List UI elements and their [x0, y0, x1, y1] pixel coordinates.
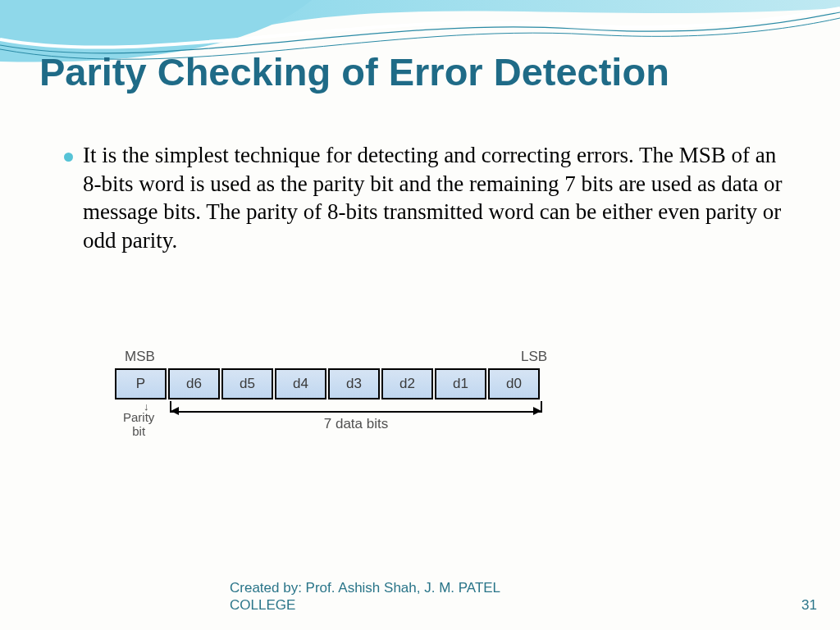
arrow-left-icon: [171, 407, 179, 415]
bit-cell-d5: d5: [221, 368, 273, 399]
page-number: 31: [801, 597, 817, 614]
bit-cell-d6: d6: [168, 368, 220, 399]
parity-bit-label: ↓ Parity bit: [138, 401, 154, 438]
bit-cell-d2: d2: [381, 368, 433, 399]
bit-cell-d1: d1: [435, 368, 486, 399]
bit-cell-d3: d3: [328, 368, 380, 399]
footer-credit: Created by: Prof. Ashish Shah, J. M. PAT…: [230, 579, 541, 614]
bit-cell-d0: d0: [488, 368, 540, 399]
lsb-label: LSB: [521, 349, 547, 365]
bit-row: P d6 d5 d4 d3 d2 d1 d0: [115, 368, 541, 399]
data-bits-span: 7 data bits: [170, 401, 542, 432]
bit-cell-d4: d4: [275, 368, 326, 399]
bit-cell-parity: P: [115, 368, 167, 399]
arrow-right-icon: [533, 407, 541, 415]
bullet-icon: [64, 153, 73, 162]
body-text: It is the simplest technique for detecti…: [83, 141, 788, 254]
slide-title: Parity Checking of Error Detection: [39, 49, 669, 94]
parity-text: Parity bit: [123, 411, 154, 438]
msb-label: MSB: [125, 349, 155, 365]
data-bits-label: 7 data bits: [170, 416, 542, 432]
body-content: It is the simplest technique for detecti…: [57, 141, 788, 254]
